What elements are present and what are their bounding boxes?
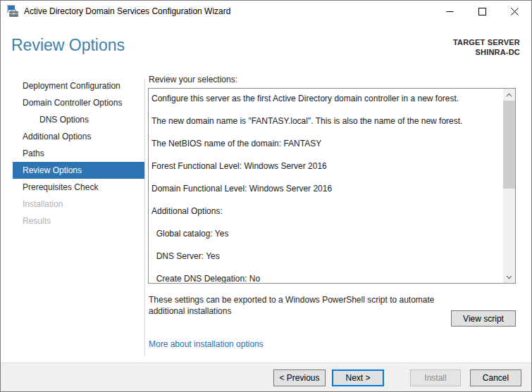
target-server-name: SHINRA-DC <box>453 47 520 57</box>
target-server-block: TARGET SERVER SHINRA-DC <box>453 37 520 57</box>
window-title: Active Directory Domain Services Configu… <box>24 6 230 16</box>
adds-wizard-icon <box>6 5 19 18</box>
sidebar-item-prerequisites-check[interactable]: Prerequisites Check <box>13 179 144 196</box>
view-script-button[interactable]: View script <box>451 310 516 327</box>
scrollbar-thumb[interactable] <box>503 101 515 189</box>
sidebar-item-installation: Installation <box>13 196 144 213</box>
wizard-nav: Deployment ConfigurationDomain Controlle… <box>1 77 144 229</box>
maximize-button[interactable] <box>466 1 498 22</box>
previous-button[interactable]: < Previous <box>273 369 326 386</box>
close-icon <box>511 8 519 15</box>
sidebar-item-review-options[interactable]: Review Options <box>13 162 144 179</box>
chevron-up-icon <box>506 93 512 97</box>
sidebar-item-domain-controller-options[interactable]: Domain Controller Options <box>13 94 144 111</box>
review-selections-label: Review your selections: <box>149 75 237 84</box>
scroll-up-button[interactable] <box>503 89 515 101</box>
export-note: These settings can be exported to a Wind… <box>149 294 464 317</box>
sidebar-item-paths[interactable]: Paths <box>13 145 144 162</box>
sidebar-item-dns-options[interactable]: DNS Options <box>13 111 144 128</box>
nav-divider <box>144 78 145 356</box>
more-about-link[interactable]: More about installation options <box>149 339 264 349</box>
cancel-button[interactable]: Cancel <box>470 369 521 386</box>
window-controls <box>433 1 531 22</box>
maximize-icon <box>478 8 486 15</box>
install-button: Install <box>410 369 461 386</box>
wizard-window: Active Directory Domain Services Configu… <box>0 0 532 392</box>
close-button[interactable] <box>498 1 531 22</box>
next-button[interactable]: Next > <box>332 369 384 386</box>
scroll-down-button[interactable] <box>503 271 515 283</box>
chevron-down-icon <box>506 275 512 279</box>
review-box[interactable]: Configure this server as the first Activ… <box>148 88 516 284</box>
minimize-button[interactable] <box>433 1 466 22</box>
target-server-label: TARGET SERVER <box>453 37 520 47</box>
sidebar-item-deployment-configuration[interactable]: Deployment Configuration <box>13 77 144 94</box>
review-text: Configure this server as the first Activ… <box>149 89 502 283</box>
minimize-icon <box>446 8 454 15</box>
scrollbar[interactable] <box>503 89 515 283</box>
sidebar-item-results: Results <box>13 213 144 229</box>
titlebar: Active Directory Domain Services Configu… <box>1 1 531 22</box>
page-title: Review Options <box>11 36 125 55</box>
sidebar-item-additional-options[interactable]: Additional Options <box>13 128 144 145</box>
